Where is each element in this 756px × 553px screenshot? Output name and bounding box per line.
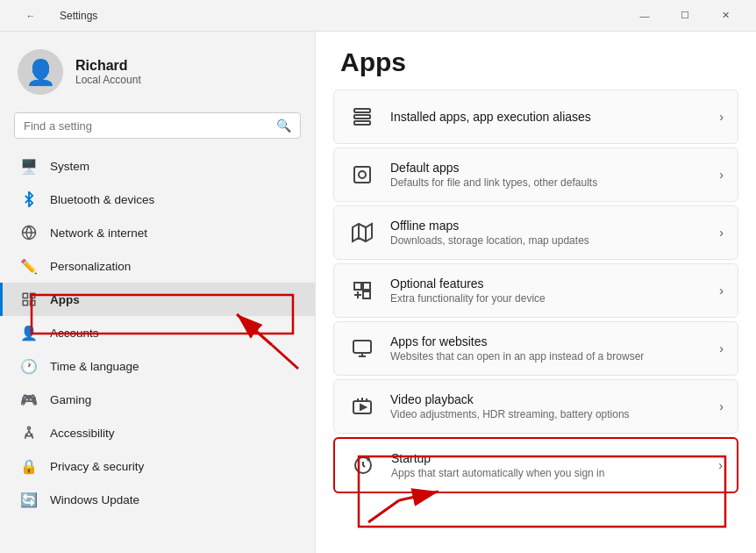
sidebar-item-label: Gaming [50, 393, 91, 406]
search-input[interactable] [24, 119, 269, 133]
svg-rect-17 [354, 283, 361, 290]
user-profile[interactable]: 👤 Richard Local Account [0, 32, 315, 109]
offline-maps-text: Offline maps Downloads, storage location… [390, 219, 705, 247]
default-apps-desc: Defaults for file and link types, other … [390, 176, 705, 189]
apps-for-websites-title: Apps for websites [390, 334, 705, 348]
bluetooth-icon [20, 190, 38, 208]
settings-item-apps-for-websites[interactable]: Apps for websites Websites that can open… [333, 321, 738, 376]
system-icon: 🖥️ [20, 157, 38, 175]
settings-item-default-apps[interactable]: Default apps Defaults for file and link … [333, 147, 738, 202]
search-box[interactable]: 🔍 [14, 112, 301, 139]
gaming-icon: 🎮 [20, 391, 38, 408]
offline-maps-desc: Downloads, storage location, map updates [390, 234, 705, 247]
svg-rect-5 [31, 301, 35, 305]
svg-line-7 [25, 434, 27, 439]
settings-item-offline-maps[interactable]: Offline maps Downloads, storage location… [333, 205, 738, 260]
sidebar-item-label: Windows Update [50, 493, 139, 506]
startup-text: Startup Apps that start automatically wh… [391, 451, 704, 479]
sidebar-item-label: Apps [50, 293, 80, 306]
network-icon [20, 224, 38, 241]
sidebar: 👤 Richard Local Account 🔍 🖥️ System [0, 32, 316, 553]
optional-features-icon [348, 276, 376, 305]
offline-maps-chevron: › [719, 226, 724, 240]
sidebar-item-label: Network & internet [50, 226, 147, 240]
update-icon: 🔄 [20, 491, 38, 508]
titlebar-controls: — ☐ ✕ [624, 0, 745, 32]
sidebar-item-time[interactable]: 🕐 Time & language [0, 349, 315, 383]
installed-apps-chevron: › [719, 110, 724, 124]
sidebar-item-network[interactable]: Network & internet [0, 216, 315, 249]
maximize-button[interactable]: ☐ [665, 0, 705, 32]
offline-maps-title: Offline maps [390, 219, 705, 233]
sidebar-item-privacy[interactable]: 🔒 Privacy & security [0, 449, 315, 483]
personalization-icon: ✏️ [20, 257, 38, 275]
sidebar-item-system[interactable]: 🖥️ System [0, 149, 315, 183]
sidebar-item-label: Bluetooth & devices [50, 193, 154, 206]
startup-icon [349, 451, 377, 479]
settings-window: ← Settings — ☐ ✕ 👤 Richard Local Account [0, 0, 756, 553]
search-container: 🔍 [0, 109, 315, 149]
svg-rect-12 [354, 167, 370, 183]
svg-rect-11 [354, 121, 370, 125]
sidebar-item-update[interactable]: 🔄 Windows Update [0, 483, 315, 516]
sidebar-item-gaming[interactable]: 🎮 Gaming [0, 383, 315, 416]
apps-for-websites-desc: Websites that can open in an app instead… [390, 350, 705, 363]
sidebar-item-accessibility[interactable]: Accessibility [0, 416, 315, 449]
svg-rect-22 [353, 341, 371, 353]
time-icon: 🕐 [20, 357, 38, 375]
startup-chevron: › [718, 458, 723, 472]
svg-rect-18 [363, 283, 370, 290]
apps-for-websites-icon [348, 334, 376, 363]
sidebar-item-label: Accounts [50, 327, 99, 340]
svg-rect-3 [31, 293, 35, 298]
video-playback-title: Video playback [390, 392, 705, 406]
minimize-button[interactable]: — [624, 0, 665, 32]
privacy-icon: 🔒 [20, 457, 38, 475]
settings-list: Installed apps, app execution aliases › … [316, 90, 756, 511]
default-apps-chevron: › [719, 168, 724, 182]
sidebar-item-label: Time & language [50, 360, 139, 373]
svg-point-13 [359, 171, 366, 178]
optional-features-title: Optional features [390, 276, 705, 291]
svg-line-8 [32, 434, 33, 439]
nav-list: 🖥️ System Bluetooth & devices [0, 149, 315, 527]
default-apps-icon [348, 161, 376, 189]
offline-maps-icon [348, 219, 376, 247]
sidebar-item-apps[interactable]: Apps [0, 283, 315, 316]
apps-icon [20, 291, 38, 308]
installed-apps-text: Installed apps, app execution aliases [390, 110, 705, 124]
sidebar-item-bluetooth[interactable]: Bluetooth & devices [0, 183, 315, 216]
close-button[interactable]: ✕ [705, 0, 745, 32]
back-button[interactable]: ← [11, 0, 51, 32]
titlebar: ← Settings — ☐ ✕ [0, 0, 756, 32]
avatar-icon: 👤 [25, 58, 56, 87]
settings-item-optional-features[interactable]: Optional features Extra functionality fo… [333, 263, 738, 318]
svg-marker-14 [353, 224, 372, 241]
main-content: 👤 Richard Local Account 🔍 🖥️ System [0, 32, 756, 553]
svg-point-6 [28, 427, 31, 429]
optional-features-desc: Extra functionality for your device [390, 292, 705, 305]
svg-rect-10 [354, 115, 370, 118]
settings-item-installed-apps[interactable]: Installed apps, app execution aliases › [333, 90, 738, 144]
user-info: Richard Local Account [75, 58, 141, 86]
sidebar-item-accounts[interactable]: 👤 Accounts [0, 316, 315, 349]
accounts-icon: 👤 [20, 324, 38, 341]
search-icon: 🔍 [276, 118, 291, 133]
default-apps-text: Default apps Defaults for file and link … [390, 161, 705, 189]
installed-apps-icon [348, 103, 376, 131]
video-playback-chevron: › [719, 399, 724, 413]
apps-for-websites-chevron: › [719, 341, 724, 356]
svg-rect-19 [363, 291, 370, 298]
apps-for-websites-text: Apps for websites Websites that can open… [390, 334, 705, 363]
user-name: Richard [75, 58, 141, 74]
startup-desc: Apps that start automatically when you s… [391, 467, 704, 479]
optional-features-text: Optional features Extra functionality fo… [390, 276, 705, 305]
sidebar-item-label: Personalization [50, 260, 131, 273]
page-title: Apps [316, 32, 756, 90]
video-playback-icon [348, 392, 376, 420]
sidebar-item-personalization[interactable]: ✏️ Personalization [0, 249, 315, 283]
settings-item-startup[interactable]: Startup Apps that start automatically wh… [333, 437, 738, 493]
settings-item-video-playback[interactable]: Video playback Video adjustments, HDR st… [333, 379, 738, 434]
svg-rect-4 [23, 301, 27, 305]
accessibility-icon [20, 424, 38, 442]
